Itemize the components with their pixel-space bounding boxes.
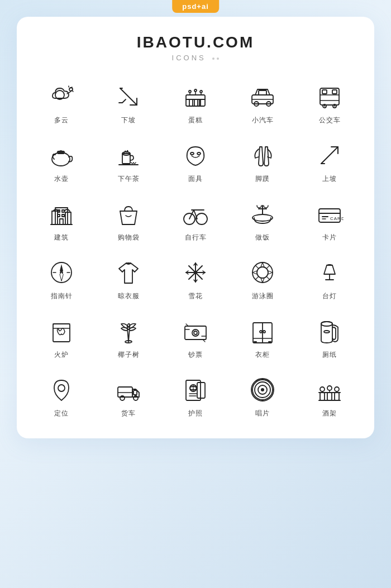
wine-rack-label: 酒架 bbox=[322, 409, 337, 418]
icons-grid: 多云下坡蛋糕小汽车公交车水壶下午茶面具脚蹼上坡建筑购物袋自行车做饭CARD卡片指… bbox=[28, 75, 363, 422]
icon-item-toilet-paper: 厕纸 bbox=[296, 310, 363, 363]
vinyl-icon bbox=[247, 374, 278, 405]
icon-item-location: 定位 bbox=[28, 369, 95, 422]
svg-point-108 bbox=[320, 387, 325, 391]
icon-item-uphill: 上坡 bbox=[296, 134, 363, 187]
icon-item-fins: 脚蹼 bbox=[229, 134, 296, 187]
afternoon-tea-label: 下午茶 bbox=[118, 174, 140, 184]
snowflake-label: 雪花 bbox=[188, 291, 203, 301]
icon-item-bus: 公交车 bbox=[296, 75, 363, 128]
wardrobe-label: 衣柜 bbox=[255, 350, 270, 360]
svg-rect-103 bbox=[320, 393, 325, 400]
lamp-icon bbox=[314, 257, 345, 288]
shopping-bag-label: 购物袋 bbox=[118, 233, 140, 242]
svg-rect-90 bbox=[133, 390, 137, 395]
cooking-label: 做饭 bbox=[255, 233, 270, 242]
svg-marker-64 bbox=[324, 265, 335, 274]
icon-item-wine-rack: 酒架 bbox=[296, 369, 363, 422]
svg-rect-15 bbox=[259, 90, 266, 95]
bus-label: 公交车 bbox=[319, 116, 341, 125]
icon-item-furnace: 火炉 bbox=[28, 310, 95, 363]
passport-icon bbox=[180, 374, 211, 405]
svg-rect-36 bbox=[65, 212, 71, 224]
icon-item-vinyl: 唱片 bbox=[229, 369, 296, 422]
building-icon bbox=[46, 198, 77, 230]
svg-point-31 bbox=[190, 152, 194, 155]
icon-item-lamp: 台灯 bbox=[296, 251, 363, 304]
svg-point-11 bbox=[200, 90, 202, 93]
svg-rect-34 bbox=[52, 211, 58, 224]
cooking-icon bbox=[247, 198, 278, 230]
compass-icon bbox=[46, 257, 77, 288]
icon-item-shopping-bag: 购物袋 bbox=[95, 193, 162, 246]
lifebuoy-icon bbox=[247, 257, 278, 288]
icon-item-card: CARD卡片 bbox=[296, 193, 363, 246]
card-subtitle: ICONS bbox=[28, 54, 363, 62]
svg-rect-17 bbox=[320, 88, 339, 105]
svg-point-46 bbox=[252, 214, 273, 221]
bicycle-icon bbox=[180, 198, 211, 230]
banknote-label: 钞票 bbox=[188, 350, 203, 360]
svg-point-80 bbox=[263, 331, 265, 333]
svg-rect-71 bbox=[185, 326, 206, 340]
icon-item-snowflake: 雪花 bbox=[162, 251, 229, 304]
svg-rect-41 bbox=[60, 219, 63, 224]
teapot-icon bbox=[46, 140, 77, 171]
card-label: 卡片 bbox=[322, 233, 337, 242]
bus-icon bbox=[314, 81, 345, 112]
svg-rect-19 bbox=[322, 90, 327, 94]
svg-point-109 bbox=[327, 386, 332, 390]
snowflake-icon bbox=[180, 257, 211, 288]
svg-rect-92 bbox=[197, 383, 205, 398]
svg-point-110 bbox=[335, 387, 339, 391]
car-icon bbox=[247, 81, 278, 112]
icon-item-downhill: 下坡 bbox=[95, 75, 162, 128]
afternoon-tea-icon bbox=[113, 140, 144, 171]
teapot-label: 水壶 bbox=[54, 174, 69, 184]
main-card: IBAOTU.COM ICONS 多云下坡蛋糕小汽车公交车水壶下午茶面具脚蹼上坡… bbox=[17, 17, 374, 438]
icon-item-lifebuoy: 游泳圈 bbox=[229, 251, 296, 304]
svg-point-73 bbox=[194, 331, 197, 334]
furnace-label: 火炉 bbox=[54, 350, 69, 360]
furnace-icon bbox=[46, 315, 77, 347]
palm-tree-label: 椰子树 bbox=[118, 350, 140, 360]
icon-item-clothes: 晾衣服 bbox=[95, 251, 162, 304]
icon-item-wardrobe: 衣柜 bbox=[229, 310, 296, 363]
lamp-label: 台灯 bbox=[322, 291, 337, 301]
palm-tree-icon bbox=[113, 315, 144, 347]
svg-rect-7 bbox=[199, 99, 201, 106]
icon-item-bicycle: 自行车 bbox=[162, 193, 229, 246]
svg-point-10 bbox=[194, 89, 197, 92]
svg-point-83 bbox=[321, 322, 332, 326]
svg-point-79 bbox=[260, 331, 262, 333]
vinyl-label: 唱片 bbox=[255, 409, 270, 418]
toilet-paper-icon bbox=[314, 315, 345, 347]
icon-item-cake: 蛋糕 bbox=[162, 75, 229, 128]
cloudy-icon bbox=[46, 81, 77, 112]
toilet-paper-label: 厕纸 bbox=[322, 350, 337, 360]
banknote-icon bbox=[180, 315, 211, 347]
building-label: 建筑 bbox=[54, 233, 69, 242]
svg-point-85 bbox=[58, 385, 65, 391]
svg-point-61 bbox=[194, 271, 197, 274]
svg-point-9 bbox=[189, 90, 191, 93]
icon-item-afternoon-tea: 下午茶 bbox=[95, 134, 162, 187]
svg-rect-39 bbox=[58, 214, 60, 217]
svg-rect-67 bbox=[53, 324, 70, 342]
icon-item-truck: 货车 bbox=[95, 369, 162, 422]
icon-item-compass: 指南针 bbox=[28, 251, 95, 304]
downhill-label: 下坡 bbox=[121, 116, 136, 125]
cake-label: 蛋糕 bbox=[188, 116, 203, 125]
wardrobe-icon bbox=[247, 315, 278, 347]
svg-point-32 bbox=[197, 152, 201, 155]
fins-label: 脚蹼 bbox=[255, 174, 270, 184]
card-icon: CARD bbox=[314, 198, 345, 230]
bicycle-label: 自行车 bbox=[185, 233, 207, 242]
uphill-icon bbox=[314, 140, 345, 171]
icon-item-teapot: 水壶 bbox=[28, 134, 95, 187]
icon-item-car: 小汽车 bbox=[229, 75, 296, 128]
svg-rect-6 bbox=[194, 99, 198, 106]
location-label: 定位 bbox=[54, 409, 69, 418]
truck-icon bbox=[113, 374, 144, 405]
wine-rack-icon bbox=[314, 374, 345, 405]
